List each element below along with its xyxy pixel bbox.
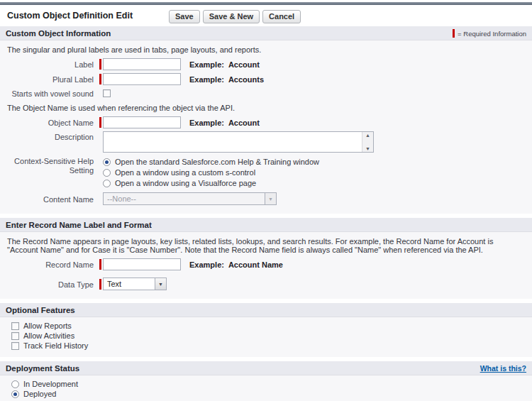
data-type-row: Data Type Text ▼ — [0, 278, 532, 290]
required-bar-icon — [99, 74, 101, 84]
help-setting-row: Context-Sensitive Help Setting Open the … — [0, 155, 532, 189]
section-header: Enter Record Name Label and Format — [0, 218, 532, 232]
required-bar-icon — [453, 29, 455, 38]
section-title: Deployment Status — [6, 364, 79, 373]
content-name-row: Content Name --None-- ▼ — [0, 192, 532, 205]
help-option-standard[interactable]: Open the standard Salesforce.com Help & … — [103, 158, 319, 166]
label-example: Example:Account — [189, 60, 260, 69]
section-header: Optional Features — [0, 303, 532, 317]
labels-intro-text: The singular and plural labels are used … — [0, 43, 532, 55]
required-bar-icon — [99, 59, 101, 70]
dropdown-arrow-icon: ▼ — [265, 193, 276, 204]
deployed-radio[interactable] — [11, 390, 19, 398]
save-and-new-button[interactable]: Save & New — [203, 10, 260, 23]
object-name-field-row: Object Name Example:Account — [0, 116, 532, 128]
description-field-row: Description ▲ ▼ — [0, 131, 532, 153]
allow-reports-checkbox[interactable] — [11, 322, 19, 330]
allow-reports-option[interactable]: Allow Reports — [11, 322, 532, 330]
save-button[interactable]: Save — [169, 10, 200, 23]
allow-activities-checkbox[interactable] — [11, 332, 19, 340]
record-name-input[interactable] — [103, 258, 181, 270]
dropdown-arrow-icon: ▼ — [155, 278, 166, 290]
deployment-options-list: In Development Deployed — [0, 380, 532, 398]
section-optional-features: Optional Features Allow Reports Allow Ac… — [0, 303, 532, 357]
api-intro-text: The Object Name is used when referencing… — [0, 101, 532, 114]
optional-features-list: Allow Reports Allow Activities Track Fie… — [0, 322, 532, 350]
required-legend: = Required Information — [453, 29, 526, 38]
record-name-field-row: Record Name Example:Account Name — [0, 258, 532, 270]
radio-button[interactable] — [103, 180, 111, 187]
allow-activities-option[interactable]: Allow Activities — [11, 331, 532, 340]
plural-label-example: Example:Accounts — [189, 75, 264, 84]
action-button-group: Save Save & New Cancel — [169, 10, 301, 23]
track-field-history-option[interactable]: Track Field History — [11, 341, 532, 350]
vowel-sound-label: Starts with vowel sound — [0, 88, 99, 99]
required-bar-icon — [99, 259, 101, 270]
section-title: Custom Object Information — [6, 29, 111, 38]
section-body: The Record Name appears in page layouts,… — [0, 232, 532, 299]
help-option-scontrol[interactable]: Open a window using a custom s-control — [103, 168, 319, 177]
section-title: Optional Features — [6, 306, 75, 314]
help-option-visualforce[interactable]: Open a window using a Visualforce page — [103, 179, 319, 187]
track-field-history-checkbox[interactable] — [11, 342, 19, 350]
section-custom-object-information: Custom Object Information = Required Inf… — [0, 26, 532, 214]
object-name-example: Example:Account — [189, 119, 260, 127]
content-name-label: Content Name — [0, 194, 99, 204]
scroll-down-icon[interactable]: ▼ — [365, 146, 370, 151]
description-field-label: Description — [0, 131, 99, 142]
radio-button[interactable] — [103, 169, 111, 177]
data-type-label: Data Type — [0, 279, 99, 290]
page-title: Custom Object Definition Edit — [7, 11, 133, 21]
record-name-field-label: Record Name — [0, 259, 99, 270]
label-field-label: Label — [0, 59, 99, 70]
object-name-field-label: Object Name — [0, 117, 99, 128]
help-setting-label: Context-Sensitive Help Setting — [0, 155, 99, 175]
section-body: Allow Reports Allow Activities Track Fie… — [0, 317, 532, 357]
section-header: Deployment Status What is this? — [0, 361, 532, 375]
content-name-select[interactable]: --None-- ▼ — [103, 192, 277, 205]
starts-with-vowel-checkbox[interactable] — [103, 89, 111, 97]
data-type-select[interactable]: Text ▼ — [103, 278, 167, 290]
record-name-example: Example:Account Name — [189, 260, 283, 269]
textarea-scrollbar[interactable]: ▲ ▼ — [362, 132, 373, 152]
record-name-intro-text: The Record Name appears in page layouts,… — [0, 235, 532, 256]
in-development-radio[interactable] — [11, 380, 19, 388]
section-deployment-status: Deployment Status What is this? In Devel… — [0, 361, 532, 401]
radio-button[interactable] — [103, 158, 111, 166]
section-title: Enter Record Name Label and Format — [6, 221, 152, 229]
in-development-option[interactable]: In Development — [11, 380, 532, 388]
what-is-this-link[interactable]: What is this? — [480, 364, 526, 373]
section-body: In Development Deployed — [0, 375, 532, 401]
object-name-input[interactable] — [103, 116, 181, 128]
help-setting-options: Open the standard Salesforce.com Help & … — [103, 155, 319, 189]
label-field-row: Label Example:Account — [0, 58, 532, 70]
vowel-sound-row: Starts with vowel sound — [0, 88, 532, 99]
required-legend-text: = Required Information — [458, 30, 526, 38]
description-textarea[interactable]: ▲ ▼ — [103, 131, 374, 153]
required-bar-icon — [99, 117, 101, 128]
required-bar-icon — [99, 279, 101, 290]
section-body: The singular and plural labels are used … — [0, 40, 532, 214]
plural-label-field-label: Plural Label — [0, 74, 99, 84]
section-header: Custom Object Information = Required Inf… — [0, 26, 532, 40]
plural-label-field-row: Plural Label Example:Accounts — [0, 73, 532, 85]
cancel-button[interactable]: Cancel — [262, 10, 301, 23]
page-header: Custom Object Definition Edit Save Save … — [0, 5, 532, 26]
deployed-option[interactable]: Deployed — [11, 390, 532, 398]
label-input[interactable] — [103, 58, 181, 70]
section-record-name: Enter Record Name Label and Format The R… — [0, 218, 532, 299]
scroll-up-icon[interactable]: ▲ — [365, 133, 370, 138]
plural-label-input[interactable] — [103, 73, 181, 85]
